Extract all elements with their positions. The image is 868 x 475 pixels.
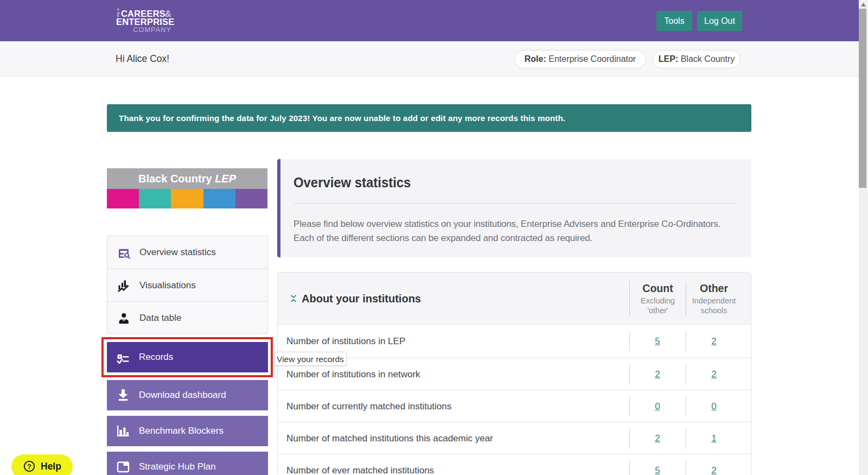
svg-text:COMPANY: COMPANY: [133, 26, 171, 34]
svg-text:ENTERPRISE: ENTERPRISE: [116, 17, 174, 27]
svg-text:?: ?: [27, 463, 31, 471]
